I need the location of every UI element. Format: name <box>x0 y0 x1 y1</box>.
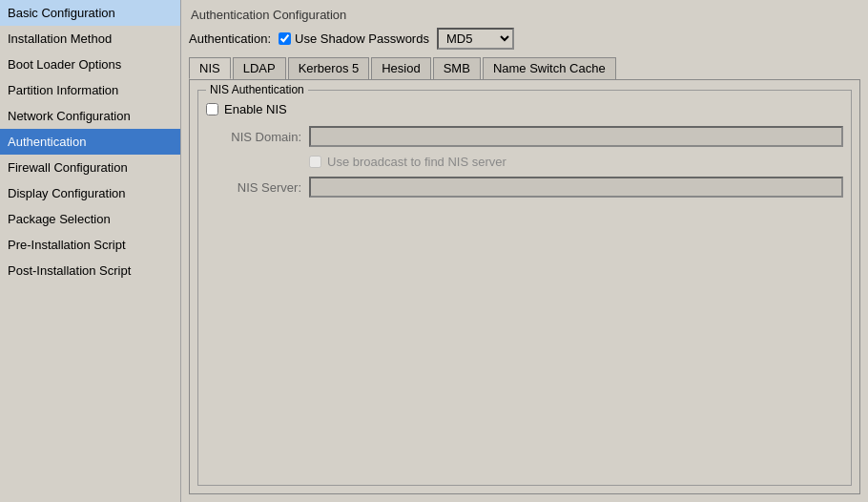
nis-domain-input[interactable] <box>309 126 843 147</box>
use-broadcast-label: Use broadcast to find NIS server <box>327 155 506 169</box>
tabs: NIS LDAP Kerberos 5 Hesiod SMB Name Swit… <box>189 57 860 79</box>
sidebar-item-boot-loader-options[interactable]: Boot Loader Options <box>0 52 180 77</box>
sidebar-item-pre-installation-script[interactable]: Pre-Installation Script <box>0 232 180 258</box>
sidebar-item-basic-configuration[interactable]: Basic Configuration <box>0 0 180 26</box>
enable-nis-checkbox[interactable] <box>206 103 218 115</box>
use-shadow-passwords-label: Use Shadow Passwords <box>295 31 429 46</box>
nis-group-title: NIS Authentication <box>206 83 308 96</box>
tab-name-switch-cache[interactable]: Name Switch Cache <box>483 57 616 79</box>
shadow-passwords-container: Use Shadow Passwords <box>279 31 429 46</box>
tab-hesiod[interactable]: Hesiod <box>371 57 430 79</box>
sidebar: Basic Configuration Installation Method … <box>0 0 181 502</box>
use-broadcast-checkbox[interactable] <box>309 156 321 168</box>
nis-domain-row: NIS Domain: <box>206 126 843 147</box>
use-shadow-passwords-checkbox[interactable] <box>279 32 291 45</box>
md5-select[interactable]: MD5 SHA256 SHA512 <box>437 28 514 50</box>
nis-server-label: NIS Server: <box>206 180 301 195</box>
sidebar-item-display-configuration[interactable]: Display Configuration <box>0 180 180 206</box>
main-content: Authentication Configuration Authenticat… <box>181 0 868 502</box>
sidebar-item-authentication[interactable]: Authentication <box>0 129 180 155</box>
nis-panel: NIS Authentication Enable NIS NIS Domain… <box>189 79 860 494</box>
enable-nis-label: Enable NIS <box>224 102 287 116</box>
sidebar-item-post-installation-script[interactable]: Post-Installation Script <box>0 258 180 283</box>
tab-nis[interactable]: NIS <box>189 57 231 79</box>
auth-row: Authentication: Use Shadow Passwords MD5… <box>189 28 860 50</box>
enable-nis-row: Enable NIS <box>206 102 843 116</box>
tab-ldap[interactable]: LDAP <box>233 57 286 79</box>
auth-label: Authentication: <box>189 31 271 46</box>
sidebar-item-firewall-configuration[interactable]: Firewall Configuration <box>0 155 180 180</box>
tab-kerberos5[interactable]: Kerberos 5 <box>288 57 370 79</box>
sidebar-item-partition-information[interactable]: Partition Information <box>0 77 180 103</box>
section-title: Authentication Configuration <box>189 8 860 22</box>
tab-smb[interactable]: SMB <box>433 57 481 79</box>
broadcast-row: Use broadcast to find NIS server <box>309 155 843 169</box>
nis-server-input[interactable] <box>309 177 843 198</box>
nis-domain-label: NIS Domain: <box>206 130 301 144</box>
sidebar-item-package-selection[interactable]: Package Selection <box>0 206 180 232</box>
sidebar-item-installation-method[interactable]: Installation Method <box>0 26 180 52</box>
nis-server-row: NIS Server: <box>206 177 843 198</box>
sidebar-item-network-configuration[interactable]: Network Configuration <box>0 103 180 129</box>
